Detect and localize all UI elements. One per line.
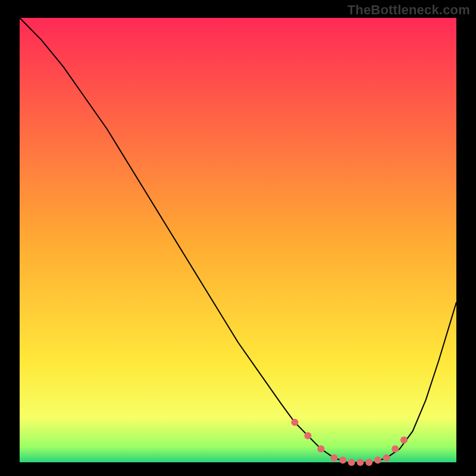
highlight-dot: [331, 455, 338, 462]
highlight-dot: [357, 459, 364, 466]
highlight-dot: [304, 432, 311, 439]
highlight-dot: [291, 419, 298, 426]
highlight-dot: [392, 446, 399, 453]
highlight-dot: [365, 459, 372, 466]
highlight-dot: [318, 446, 325, 453]
chart-frame: TheBottleneck.com: [0, 0, 476, 476]
highlight-dot: [339, 456, 346, 464]
highlight-dot: [400, 437, 408, 444]
plot-background: [20, 18, 456, 462]
highlight-dot: [374, 456, 381, 464]
highlight-dot: [383, 455, 390, 462]
bottleneck-chart: [0, 0, 476, 476]
highlight-dot: [348, 459, 355, 466]
